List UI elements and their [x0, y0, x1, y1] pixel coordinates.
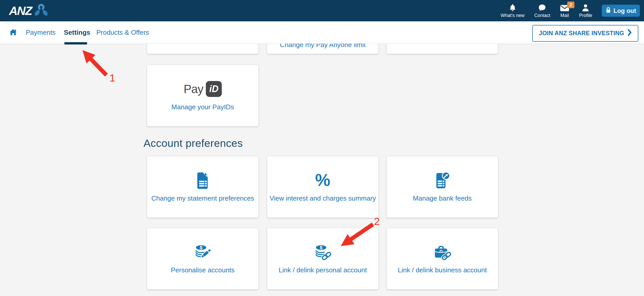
- active-tab-underline: [64, 42, 87, 44]
- link-delink-business-card[interactable]: Link / delink business account: [386, 228, 498, 290]
- anz-logo-text: ANZ: [9, 4, 32, 18]
- tab-payments[interactable]: Payments: [26, 21, 56, 43]
- profile-label: Profile: [579, 13, 592, 18]
- link-business-icon: [387, 243, 498, 262]
- link-personal-icon: $: [267, 243, 378, 262]
- bell-icon: [509, 3, 516, 12]
- profile-icon: [582, 3, 589, 12]
- manage-bank-feeds-label: Manage bank feeds: [387, 194, 498, 202]
- mail-label: Mail: [560, 13, 569, 18]
- join-share-investing-button[interactable]: JOIN ANZ SHARE INVESTING: [532, 25, 638, 42]
- header-actions: What's new Contact 2 Mail: [496, 0, 640, 21]
- manage-payids-label: Manage your PayIDs: [147, 103, 258, 111]
- mail-icon: 2: [560, 3, 569, 12]
- tab-products-offers[interactable]: Products & Offers: [96, 21, 149, 43]
- dollar-glyph: $: [320, 245, 322, 250]
- contact-button[interactable]: Contact: [529, 3, 555, 18]
- personalise-accounts-label: Personalise accounts: [147, 266, 258, 274]
- log-out-label: Log out: [614, 7, 636, 14]
- section-title-account-preferences: Account preferences: [143, 137, 243, 149]
- anz-internet-banking-page: ANZ What's new: [0, 0, 644, 296]
- annotation-arrow-1: [82, 50, 108, 77]
- view-interest-charges-label: View interest and charges summary: [267, 194, 378, 202]
- tab-settings[interactable]: Settings: [64, 21, 90, 43]
- payid-logo-badge: iD: [206, 81, 222, 97]
- lock-icon: [606, 7, 611, 15]
- join-share-investing-label: JOIN ANZ SHARE INVESTING: [539, 30, 624, 37]
- top-header: ANZ What's new: [0, 0, 644, 21]
- manage-bank-feeds-card[interactable]: Manage bank feeds: [386, 156, 498, 218]
- change-statement-preferences-label: Change my statement preferences: [147, 194, 258, 202]
- payid-logo: Pay iD: [147, 80, 258, 97]
- manage-payids-card[interactable]: Pay iD Manage your PayIDs: [147, 65, 259, 127]
- whats-new-label: What's new: [501, 13, 524, 18]
- anz-lotus-icon: [34, 4, 48, 18]
- annotation-step-1: 1: [109, 72, 115, 84]
- personalise-accounts-card[interactable]: $ Personalise accounts: [147, 228, 259, 290]
- change-statement-preferences-card[interactable]: Change my statement preferences: [147, 156, 259, 218]
- percent-glyph: %: [315, 172, 331, 189]
- statement-icon: [147, 171, 258, 190]
- log-out-button[interactable]: Log out: [602, 5, 640, 17]
- payid-logo-pay-text: Pay: [184, 82, 203, 96]
- link-delink-personal-card[interactable]: $ Link / delink personal account: [267, 228, 379, 290]
- profile-button[interactable]: Profile: [574, 3, 597, 18]
- link-delink-personal-label: Link / delink personal account: [267, 266, 378, 274]
- home-icon[interactable]: [9, 28, 17, 37]
- chat-icon: [538, 3, 546, 12]
- view-interest-charges-card[interactable]: % View interest and charges summary: [267, 156, 379, 218]
- dollar-glyph: $: [200, 245, 202, 250]
- whats-new-button[interactable]: What's new: [496, 3, 529, 18]
- personalise-accounts-icon: $: [147, 243, 258, 262]
- anz-logo[interactable]: ANZ: [9, 4, 48, 18]
- contact-label: Contact: [534, 13, 550, 18]
- chevron-right-icon: [628, 29, 632, 37]
- mail-button[interactable]: 2 Mail: [555, 3, 574, 18]
- mail-unread-badge: 2: [567, 2, 574, 8]
- link-delink-business-label: Link / delink business account: [387, 266, 498, 274]
- main-navbar: Payments Settings Products & Offers JOIN…: [0, 21, 644, 44]
- percent-icon: %: [267, 171, 378, 190]
- bank-feeds-icon: [387, 171, 498, 190]
